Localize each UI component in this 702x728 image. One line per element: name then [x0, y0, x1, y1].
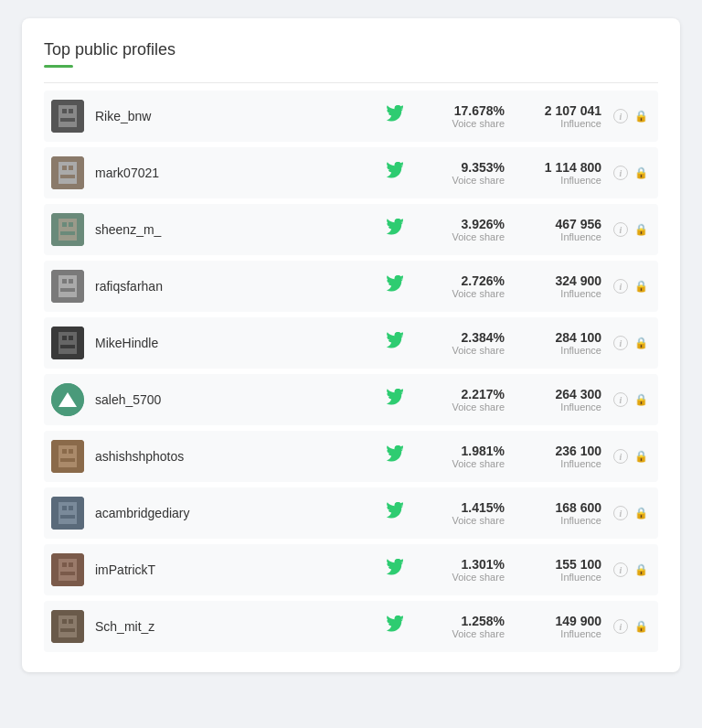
voice-share-group: 2.217%Voice share: [413, 387, 505, 412]
twitter-icon[interactable]: [377, 219, 413, 241]
influence-value: 2 107 041: [545, 103, 601, 118]
lock-icon[interactable]: 🔒: [633, 391, 649, 408]
lock-icon[interactable]: 🔒: [633, 108, 649, 124]
avatar: [51, 440, 84, 473]
twitter-icon[interactable]: [377, 162, 413, 184]
avatar: [51, 327, 84, 359]
info-icon[interactable]: i: [612, 335, 629, 351]
profile-row: Rike_bnw 17.678%Voice share2 107 041Infl…: [44, 91, 658, 142]
influence-group: 155 100Influence: [519, 557, 601, 583]
influence-group: 149 900Influence: [519, 614, 601, 639]
lock-icon[interactable]: 🔒: [633, 448, 649, 465]
avatar: [51, 100, 84, 133]
profile-row: rafiqsfarhan 2.726%Voice share324 900Inf…: [44, 261, 658, 312]
voice-share-label: Voice share: [452, 401, 505, 412]
twitter-icon[interactable]: [377, 445, 413, 467]
voice-share-value: 3.926%: [462, 217, 505, 231]
info-icon[interactable]: i: [612, 562, 629, 578]
twitter-icon[interactable]: [377, 559, 413, 581]
voice-share-group: 17.678%Voice share: [413, 103, 505, 129]
profile-name: MikeHindle: [95, 336, 377, 350]
lock-icon[interactable]: 🔒: [633, 618, 649, 635]
voice-share-value: 1.981%: [462, 444, 505, 458]
voice-share-group: 1.415%Voice share: [413, 500, 505, 526]
influence-label: Influence: [560, 401, 601, 412]
twitter-icon[interactable]: [377, 105, 413, 127]
voice-share-label: Voice share: [452, 458, 505, 469]
profile-actions: i🔒: [612, 278, 651, 294]
influence-value: 168 600: [555, 500, 601, 515]
influence-value: 324 900: [555, 273, 601, 288]
voice-share-value: 9.353%: [462, 160, 505, 175]
twitter-icon[interactable]: [377, 275, 413, 297]
voice-share-label: Voice share: [452, 628, 505, 639]
info-icon[interactable]: i: [612, 391, 629, 408]
profile-actions: i🔒: [612, 618, 651, 635]
lock-icon[interactable]: 🔒: [633, 562, 649, 578]
voice-share-group: 1.258%Voice share: [413, 614, 505, 639]
voice-share-value: 2.384%: [462, 330, 505, 345]
card-title: Top public profiles: [44, 40, 658, 59]
influence-value: 264 300: [555, 387, 601, 401]
info-icon[interactable]: i: [612, 108, 629, 124]
influence-group: 168 600Influence: [519, 500, 601, 526]
voice-share-label: Voice share: [452, 118, 505, 129]
profile-row: Sch_mit_z 1.258%Voice share149 900Influe…: [44, 601, 658, 652]
profile-actions: i🔒: [612, 391, 651, 408]
influence-label: Influence: [560, 118, 601, 129]
influence-value: 284 100: [555, 330, 601, 345]
influence-label: Influence: [560, 345, 601, 356]
info-icon[interactable]: i: [612, 221, 629, 238]
profile-actions: i🔒: [612, 505, 651, 521]
profile-list: Rike_bnw 17.678%Voice share2 107 041Infl…: [44, 91, 658, 652]
section-divider: [44, 82, 658, 83]
top-profiles-card: Top public profiles Rike_bnw 17.678%Voic…: [22, 18, 680, 672]
avatar: [51, 270, 84, 303]
lock-icon[interactable]: 🔒: [633, 335, 649, 351]
info-icon[interactable]: i: [612, 165, 629, 181]
influence-value: 1 114 800: [545, 160, 601, 175]
profile-name: imPatrickT: [95, 562, 377, 577]
lock-icon[interactable]: 🔒: [633, 165, 649, 181]
influence-group: 467 956Influence: [519, 217, 601, 242]
influence-value: 149 900: [555, 614, 601, 628]
influence-label: Influence: [560, 231, 601, 242]
influence-label: Influence: [560, 458, 601, 469]
lock-icon[interactable]: 🔒: [633, 221, 649, 238]
profile-name: saleh_5700: [95, 392, 377, 407]
influence-label: Influence: [560, 628, 601, 639]
avatar: [51, 610, 84, 643]
influence-label: Influence: [560, 175, 601, 186]
profile-actions: i🔒: [612, 221, 651, 238]
lock-icon[interactable]: 🔒: [633, 505, 649, 521]
lock-icon[interactable]: 🔒: [633, 278, 649, 294]
influence-group: 1 114 800Influence: [519, 160, 601, 186]
info-icon[interactable]: i: [612, 448, 629, 465]
voice-share-group: 1.981%Voice share: [413, 444, 505, 469]
profile-name: sheenz_m_: [95, 222, 377, 237]
voice-share-value: 1.258%: [462, 614, 505, 628]
profile-actions: i🔒: [612, 108, 651, 124]
influence-group: 324 900Influence: [519, 273, 601, 299]
twitter-icon[interactable]: [377, 616, 413, 637]
profile-row: saleh_5700 2.217%Voice share264 300Influ…: [44, 374, 658, 425]
voice-share-value: 2.217%: [462, 387, 505, 401]
info-icon[interactable]: i: [612, 278, 629, 294]
influence-label: Influence: [560, 515, 601, 526]
voice-share-label: Voice share: [452, 175, 505, 186]
twitter-icon[interactable]: [377, 502, 413, 524]
info-icon[interactable]: i: [612, 618, 629, 635]
profile-name: ashishshphotos: [95, 449, 377, 464]
influence-label: Influence: [560, 572, 601, 583]
title-underline: [44, 65, 73, 68]
twitter-icon[interactable]: [377, 389, 413, 411]
info-icon[interactable]: i: [612, 505, 629, 521]
voice-share-group: 2.726%Voice share: [413, 273, 505, 299]
profile-actions: i🔒: [612, 448, 651, 465]
twitter-icon[interactable]: [377, 332, 413, 354]
profile-row: MikeHindle 2.384%Voice share284 100Influ…: [44, 317, 658, 369]
profile-actions: i🔒: [612, 165, 651, 181]
influence-group: 236 100Influence: [519, 444, 601, 469]
voice-share-group: 1.301%Voice share: [413, 557, 505, 583]
voice-share-group: 3.926%Voice share: [413, 217, 505, 242]
